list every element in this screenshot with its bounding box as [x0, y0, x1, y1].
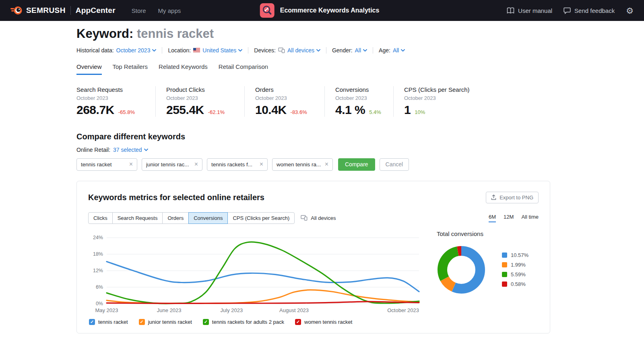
metric-tab-conversions[interactable]: Conversions: [188, 212, 228, 224]
keyword-chip-4[interactable]: women tennis ra... ×: [272, 158, 333, 171]
filter-devices[interactable]: Devices: All devices: [254, 47, 320, 54]
checkbox-checked-icon[interactable]: ✓: [295, 319, 301, 325]
top-navbar: SEMRUSH AppCenter Store My apps Ecommerc…: [0, 0, 644, 21]
period-12m[interactable]: 12M: [504, 214, 514, 222]
metric-value: 1: [404, 103, 411, 117]
chevron-down-icon: [152, 49, 156, 52]
metric-change: -65.8%: [118, 109, 135, 115]
product-name[interactable]: AppCenter: [76, 6, 116, 15]
filter-label: Devices:: [254, 47, 276, 54]
metric-tab-clicks[interactable]: Clicks: [88, 212, 113, 224]
user-manual-button[interactable]: User manual: [507, 7, 552, 14]
gear-icon[interactable]: ⚙: [626, 6, 634, 15]
remove-chip-icon[interactable]: ×: [260, 161, 263, 168]
donut-legend-item: 5.59%: [502, 271, 528, 277]
tab-related-keywords[interactable]: Related Keywords: [159, 63, 208, 75]
us-flag-icon: [193, 48, 200, 53]
series-checkbox-junior-tennis-racket[interactable]: ✓ junior tennis racket: [139, 319, 192, 325]
remove-chip-icon[interactable]: ×: [194, 161, 198, 168]
book-icon: [507, 7, 514, 14]
metric-conversions: Conversions October 2023 4.1 %5.4%: [324, 86, 393, 117]
keywords-metrics-card: Keywords metrics for selected online ret…: [76, 181, 550, 333]
nav-link-store[interactable]: Store: [132, 7, 146, 14]
nav-link-my-apps[interactable]: My apps: [158, 7, 181, 14]
legend-swatch-orange: [502, 262, 507, 267]
send-feedback-label: Send feedback: [574, 7, 615, 14]
total-conversions-panel: Total conversions 10.57% 1.99% 5.59% 0.5…: [422, 230, 539, 316]
metric-tab-search-requests[interactable]: Search Requests: [112, 212, 163, 224]
series-checkbox-women-tennis-racket[interactable]: ✓ women tennis racket: [295, 319, 352, 325]
series-checkbox-tennis-rackets-adults[interactable]: ✓ tennis rackets for adults 2 pack: [203, 319, 284, 325]
remove-chip-icon[interactable]: ×: [129, 161, 133, 168]
svg-text:12%: 12%: [93, 268, 103, 273]
keyword-chip-3[interactable]: tennis rackets f... ×: [207, 158, 268, 171]
export-to-png-button[interactable]: Export to PNG: [486, 192, 539, 203]
navbar-links: Store My apps: [132, 7, 181, 14]
compare-section-title: Compare different keywords: [76, 132, 550, 141]
metric-tab-orders[interactable]: Orders: [162, 212, 189, 224]
svg-text:6%: 6%: [96, 284, 103, 290]
devices-icon: [278, 48, 285, 53]
metric-change: 10%: [415, 109, 425, 115]
remove-chip-icon[interactable]: ×: [325, 161, 328, 168]
keyword-chip-1[interactable]: tennis racket ×: [76, 158, 137, 171]
filter-divider: [326, 47, 326, 54]
donut-legend: 10.57% 1.99% 5.59% 0.58%: [502, 252, 528, 287]
age-dropdown[interactable]: All: [393, 47, 405, 54]
gender-dropdown[interactable]: All: [355, 47, 367, 54]
online-retail-label: Online Retail:: [76, 147, 110, 153]
export-icon: [491, 195, 496, 200]
checkbox-checked-icon[interactable]: ✓: [139, 319, 145, 325]
metric-cps: CPS (Clicks per Search) October 2023 110…: [393, 86, 479, 117]
series-checkbox-tennis-racket[interactable]: ✓ tennis racket: [89, 319, 128, 325]
devices-dropdown[interactable]: All devices: [287, 47, 320, 54]
historical-data-dropdown[interactable]: October 2023: [116, 47, 157, 54]
filter-gender[interactable]: Gender: All: [332, 47, 367, 54]
tab-retail-comparison[interactable]: Retail Comparison: [219, 63, 268, 75]
legend-swatch-red: [502, 281, 507, 287]
total-conversions-donut-chart: [437, 245, 486, 294]
filter-historical-data[interactable]: Historical data: October 2023: [76, 47, 156, 54]
location-dropdown[interactable]: United States: [202, 47, 242, 54]
metric-orders: Orders October 2023 10.4K-83.6%: [244, 86, 324, 117]
brand-divider: [70, 6, 71, 15]
navbar-app-header: Ecommerce Keywords Analytics: [260, 0, 380, 21]
chevron-down-icon: [316, 49, 320, 52]
cancel-button[interactable]: Cancel: [380, 158, 409, 171]
tab-overview[interactable]: Overview: [76, 63, 102, 75]
metric-change: -83.6%: [291, 109, 307, 115]
svg-text:June 2023: June 2023: [157, 307, 182, 313]
metric-tab-cps[interactable]: CPS (Clicks per Search): [227, 212, 295, 224]
checkbox-checked-icon[interactable]: ✓: [203, 319, 209, 325]
semrush-logo[interactable]: SEMRUSH: [10, 5, 66, 16]
compare-button[interactable]: Compare: [338, 158, 375, 171]
svg-text:July 2023: July 2023: [221, 307, 243, 313]
app-title: Ecommerce Keywords Analytics: [280, 7, 380, 14]
donut-legend-item: 0.58%: [502, 281, 528, 287]
period-6m[interactable]: 6M: [489, 214, 496, 222]
chart-devices-indicator[interactable]: All devices: [301, 215, 336, 221]
keyword-chips-row: tennis racket × junior tennis rac... × t…: [76, 158, 550, 171]
filter-divider: [373, 47, 373, 54]
chart-controls: Clicks Search Requests Orders Conversion…: [88, 212, 539, 224]
user-manual-label: User manual: [518, 7, 552, 14]
main-content: Keyword: tennis racket Historical data: …: [0, 21, 550, 333]
keyword-chip-2[interactable]: junior tennis rac... ×: [142, 158, 202, 171]
tab-top-retailers[interactable]: Top Retailers: [113, 63, 148, 75]
series-checkbox-legend: ✓ tennis racket ✓ junior tennis racket ✓…: [88, 319, 539, 325]
filter-age[interactable]: Age: All: [379, 47, 405, 54]
online-retail-dropdown[interactable]: 37 selected: [113, 147, 148, 153]
metric-value: 255.4K: [166, 103, 204, 117]
page-tabs: Overview Top Retailers Related Keywords …: [76, 63, 550, 75]
metric-change: -62.1%: [208, 109, 225, 115]
devices-icon: [301, 215, 308, 221]
legend-swatch-blue: [502, 253, 507, 258]
filter-location[interactable]: Location: United States: [168, 47, 242, 54]
page-title-keyword: tennis racket: [137, 27, 214, 41]
send-feedback-button[interactable]: Send feedback: [564, 7, 615, 14]
online-retail-row: Online Retail: 37 selected: [76, 147, 550, 153]
filter-label: Location:: [168, 47, 191, 54]
conversions-line-chart: 0%6%12%18%24%May 2023June 2023July 2023A…: [88, 230, 422, 316]
period-all-time[interactable]: All time: [521, 214, 539, 222]
checkbox-checked-icon[interactable]: ✓: [89, 319, 95, 325]
